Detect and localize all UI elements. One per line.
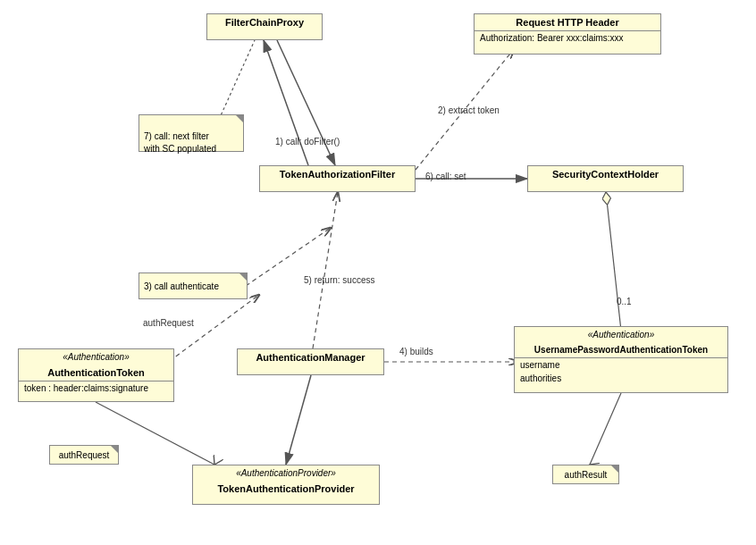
svg-line-11 — [286, 375, 311, 465]
label-do-filter: 1) call: doFilter() — [275, 137, 340, 147]
up-auth-token-attr2: authorities — [515, 372, 727, 385]
token-auth-filter-box: TokenAuthorizationFilter — [259, 165, 416, 192]
request-http-header-attr: Authorization: Bearer xxx:claims:xxx — [475, 31, 660, 45]
label-multiplicity: 0..1 — [617, 297, 632, 306]
up-auth-token-attr1: username — [515, 358, 727, 372]
filter-chain-proxy-label: FilterChainProxy — [207, 14, 322, 30]
note-auth-result-text: authResult — [565, 470, 608, 480]
filter-chain-proxy-box: FilterChainProxy — [206, 13, 323, 40]
svg-line-6 — [606, 192, 621, 331]
up-auth-token-stereo: «Authentication» — [515, 327, 727, 342]
request-http-header-label: Request HTTP Header — [475, 14, 660, 30]
auth-token-box: «Authentication» AuthenticationToken tok… — [18, 348, 174, 402]
auth-manager-box: AuthenticationManager — [237, 348, 384, 375]
note-auth-request: authRequest — [49, 445, 119, 465]
token-auth-provider-label: TokenAuthenticationProvider — [193, 481, 379, 497]
token-auth-provider-stereo: «AuthenticationProvider» — [193, 465, 379, 481]
token-auth-provider-box: «AuthenticationProvider» TokenAuthentica… — [192, 465, 380, 505]
note-auth-request-text: authRequest — [59, 450, 110, 460]
label-return-success: 5) return: success — [304, 275, 374, 285]
label-builds: 4) builds — [399, 347, 433, 356]
auth-token-stereo: «Authentication» — [19, 349, 173, 365]
security-context-holder-box: SecurityContextHolder — [527, 165, 684, 192]
label-extract-token: 2) extract token — [438, 105, 500, 115]
auth-token-label: AuthenticationToken — [19, 365, 173, 381]
up-auth-token-label: UsernamePasswordAuthenticationToken — [515, 342, 727, 357]
auth-manager-label: AuthenticationManager — [238, 349, 383, 365]
note-auth-result: authResult — [552, 465, 619, 484]
label-auth-request: authRequest — [143, 318, 194, 328]
svg-line-8 — [313, 192, 338, 348]
svg-line-13 — [590, 393, 621, 465]
note-next-filter-text: 7) call: next filterwith SC populated — [144, 131, 216, 154]
security-context-holder-label: SecurityContextHolder — [528, 166, 683, 182]
note-call-authenticate: 3) call authenticate — [139, 272, 248, 299]
uml-diagram: FilterChainProxy Request HTTP Header Aut… — [0, 0, 756, 545]
token-auth-filter-label: TokenAuthorizationFilter — [260, 166, 415, 182]
request-http-header-box: Request HTTP Header Authorization: Beare… — [474, 13, 661, 54]
auth-token-attr: token : header:claims:signature — [19, 382, 173, 395]
svg-line-3 — [264, 40, 308, 165]
label-call-set: 6) call: set — [425, 172, 466, 181]
note-call-authenticate-text: 3) call authenticate — [144, 281, 219, 291]
up-auth-token-box: «Authentication» UsernamePasswordAuthent… — [514, 326, 728, 393]
svg-line-2 — [277, 40, 335, 165]
note-next-filter: 7) call: next filterwith SC populated — [139, 114, 244, 152]
